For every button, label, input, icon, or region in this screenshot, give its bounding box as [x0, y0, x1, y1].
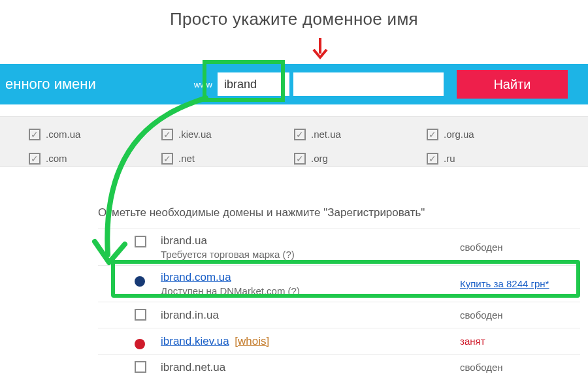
row-checkbox[interactable]	[135, 236, 146, 247]
tld-panel: ✓.com.ua ✓.kiev.ua ✓.net.ua ✓.org.ua ✓.c…	[0, 116, 588, 167]
row-checkbox[interactable]	[135, 309, 146, 321]
domain-status: свободен	[460, 362, 578, 373]
whois-link[interactable]: [whois]	[235, 335, 269, 347]
buy-link[interactable]: Купить за 8244 грн*	[460, 278, 578, 289]
tld-option-kiev-ua[interactable]: ✓.kiev.ua	[161, 126, 294, 142]
tld-label: .net	[178, 153, 195, 164]
domain-link[interactable]: ibrand.com.ua	[161, 271, 231, 283]
checkbox-icon: ✓	[427, 129, 438, 140]
page-caption: Просто укажите доменное имя	[0, 9, 588, 29]
dot-icon	[135, 276, 145, 287]
domain-status: свободен	[460, 242, 578, 253]
checkbox-icon: ✓	[161, 129, 173, 140]
tld-label: .net.ua	[311, 129, 341, 140]
domain-status: свободен	[460, 309, 578, 321]
checkbox-icon: ✓	[29, 129, 41, 140]
tld-label: .com.ua	[46, 129, 80, 140]
checkbox-icon: ✓	[427, 153, 438, 165]
domain-name: ibrand.net.ua	[161, 361, 225, 373]
search-title-partial: енного имени	[5, 76, 96, 93]
result-row: ibrand.com.ua Доступен на DNMarket.com (…	[98, 265, 580, 302]
tld-option-com[interactable]: ✓.com	[29, 150, 161, 166]
tld-label: .kiev.ua	[178, 129, 212, 140]
domain-name: ibrand.ua	[161, 234, 207, 247]
checkbox-icon: ✓	[294, 153, 306, 165]
result-row: ibrand.net.ua свободен	[98, 354, 580, 380]
www-label: www	[194, 80, 212, 89]
domain-link[interactable]: ibrand.kiev.ua	[161, 335, 229, 347]
checkbox-icon: ✓	[29, 153, 41, 165]
domain-note: Доступен на DNMarket.com (?)	[161, 285, 460, 296]
results-panel: Отметьте необходимые домены и нажмите "З…	[98, 206, 580, 380]
tld-label: .ru	[444, 153, 455, 164]
tld-label: .com	[46, 153, 67, 164]
tld-option-net-ua[interactable]: ✓.net.ua	[294, 126, 427, 142]
domain-input[interactable]	[218, 72, 289, 96]
checkbox-icon: ✓	[294, 129, 306, 140]
checkbox-icon: ✓	[161, 153, 173, 165]
result-row: ibrand.kiev.ua [whois] занят	[98, 328, 580, 354]
tld-option-ru[interactable]: ✓.ru	[427, 150, 559, 166]
domain-input-extra[interactable]	[293, 72, 444, 96]
domain-note: Требуется торговая марка (?)	[161, 249, 460, 260]
arrow-down-icon	[307, 35, 333, 61]
dot-icon	[135, 339, 145, 349]
search-button[interactable]: Найти	[457, 70, 568, 99]
tld-option-org-ua[interactable]: ✓.org.ua	[427, 126, 559, 142]
domain-name: ibrand.in.ua	[161, 309, 219, 321]
row-checkbox[interactable]	[135, 361, 146, 373]
tld-label: .org.ua	[444, 129, 474, 140]
search-bar: енного имени www Найти	[0, 64, 588, 104]
tld-label: .org	[311, 153, 328, 164]
tld-option-org[interactable]: ✓.org	[294, 150, 427, 166]
result-row: ibrand.ua Требуется торговая марка (?) с…	[98, 229, 580, 265]
results-caption: Отметьте необходимые домены и нажмите "З…	[98, 206, 580, 219]
tld-option-net[interactable]: ✓.net	[161, 150, 294, 166]
tld-option-com-ua[interactable]: ✓.com.ua	[29, 126, 161, 142]
domain-status: занят	[460, 336, 578, 347]
result-row: ibrand.in.ua свободен	[98, 302, 580, 328]
